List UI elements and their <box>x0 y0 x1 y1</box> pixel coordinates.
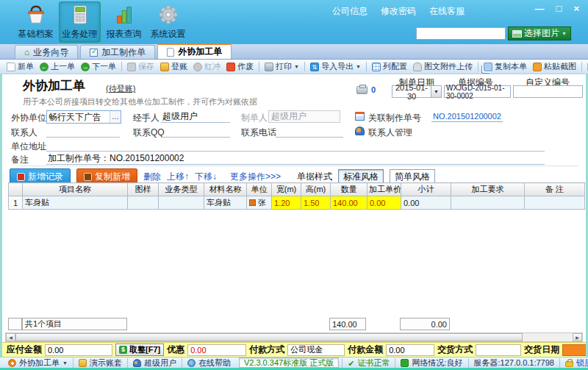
statusbar-account[interactable]: 演示账套 <box>73 358 127 368</box>
scrollbar-thumb[interactable] <box>15 333 523 341</box>
statusbar-server: 服务器:127.0.0.1:7798 <box>468 358 559 368</box>
delete-row-link[interactable]: 删除 <box>143 171 161 183</box>
post-account-button[interactable]: 登账 <box>157 60 190 73</box>
tab-label: 业务向导 <box>33 46 68 59</box>
statusbar-doc-type[interactable]: 外协加工单 ▼ <box>3 358 73 368</box>
cell-requirement[interactable] <box>451 196 525 210</box>
cell-biz-type[interactable] <box>159 196 204 210</box>
module-label: 报表查询 <box>107 28 142 40</box>
qq-input[interactable] <box>161 125 230 138</box>
cell-unit[interactable]: 张 <box>247 196 272 210</box>
save-button[interactable]: 保存 <box>124 60 157 73</box>
horizontal-scrollbar[interactable]: ◀ ▶ <box>5 332 583 342</box>
cell-note[interactable] <box>525 196 585 210</box>
cell-material[interactable]: 车身贴 <box>204 196 247 210</box>
remark-input[interactable] <box>46 152 545 165</box>
cell-qty[interactable]: 140.00 <box>331 196 368 210</box>
change-password-link[interactable]: 修改密码 <box>381 5 416 18</box>
col-note[interactable]: 备 注 <box>525 183 585 196</box>
tab-processing-order[interactable]: 加工制作单 <box>80 45 155 59</box>
payable-input[interactable] <box>45 344 112 356</box>
pay-amount-input[interactable] <box>386 344 434 356</box>
cell-unit-price[interactable]: 0.00 <box>368 196 401 210</box>
qq-label: 联系QQ <box>133 127 165 139</box>
minimize-button[interactable]: — <box>535 3 545 15</box>
table-row[interactable]: 1 车身贴 车身贴 张 1.20 1.50 140.00 0.00 0.00 <box>9 196 585 210</box>
vendor-lookup-button[interactable]: … <box>110 111 121 123</box>
new-order-button[interactable]: 新单 <box>4 60 37 73</box>
vendor-input[interactable]: 畅行天下广告 … <box>46 110 121 124</box>
module-settings[interactable]: 系统设置 <box>147 1 189 43</box>
company-info-link[interactable]: 公司信息 <box>332 5 368 18</box>
view-payment-process-button[interactable]: 查看付款过程 <box>584 60 588 73</box>
delivery-method-input[interactable] <box>476 344 521 356</box>
column-config-button[interactable]: 列配置 <box>369 60 410 73</box>
cell-drawing[interactable] <box>128 196 159 210</box>
void-button[interactable]: 作废 <box>223 60 257 73</box>
close-button[interactable]: × <box>573 3 579 15</box>
printer-icon[interactable] <box>356 86 368 94</box>
statusbar-user[interactable]: 超级用户 <box>127 358 182 368</box>
online-service-link[interactable]: 在线客服 <box>429 5 465 18</box>
chevron-down-icon[interactable]: ▼ <box>431 86 441 97</box>
col-project-name[interactable]: 项目名称 <box>23 183 128 196</box>
delivery-date-label: 交货日期 <box>524 344 559 356</box>
col-unit-price[interactable]: 加工单价 <box>368 183 401 196</box>
move-down-link[interactable]: 下移↓ <box>195 171 217 183</box>
next-order-button[interactable]: 下一单 <box>78 60 119 73</box>
col-width[interactable]: 宽(m) <box>272 183 301 196</box>
tab-business-wizard[interactable]: ⌂ 业务向导 <box>15 45 78 59</box>
module-reports[interactable]: 报表查询 <box>103 1 145 43</box>
image-path-input[interactable] <box>416 27 506 40</box>
col-qty[interactable]: 数量 <box>331 183 368 196</box>
vendor-label: 外协单位 <box>11 112 46 124</box>
section-divider <box>20 166 578 166</box>
toolbar-separator <box>366 62 367 71</box>
col-index[interactable] <box>9 183 23 196</box>
previous-order-button[interactable]: 上一单 <box>37 60 78 73</box>
custom-number-input[interactable] <box>513 85 583 98</box>
col-height[interactable]: 高(m) <box>301 183 331 196</box>
discount-input[interactable] <box>187 344 246 356</box>
attachment-upload-button[interactable]: 图文附件上传 <box>410 60 476 73</box>
choose-image-button[interactable]: 选择图片 ▼ <box>508 26 571 40</box>
more-actions-link[interactable]: 更多操作>>> <box>230 171 281 183</box>
red-reverse-button[interactable]: 红冲 <box>190 60 223 73</box>
col-drawing[interactable]: 图样 <box>128 183 159 196</box>
col-unit[interactable]: 单位 <box>247 183 272 196</box>
phone-input[interactable] <box>276 125 343 138</box>
paste-screenshot-button[interactable]: 粘贴截图 <box>530 60 579 73</box>
contact-label: 联系人 <box>11 127 37 139</box>
cell-width[interactable]: 1.20 <box>272 196 301 210</box>
scroll-right-icon[interactable]: ▶ <box>573 333 582 341</box>
contact-input[interactable] <box>46 125 120 138</box>
scroll-left-icon[interactable]: ◀ <box>6 333 15 341</box>
maximize-button[interactable]: □ <box>556 3 562 15</box>
module-basic-data[interactable]: 基础档案 <box>15 1 57 43</box>
handler-input[interactable] <box>161 110 230 123</box>
copy-order-button[interactable]: 复制本单 <box>481 60 530 73</box>
cell-project[interactable]: 车身贴 <box>23 196 128 210</box>
statusbar-help[interactable]: 在线帮助 <box>182 358 236 368</box>
address-input[interactable] <box>46 139 545 152</box>
related-order-link[interactable]: NO.201501200002 <box>431 112 503 122</box>
status-badge[interactable]: (待登账) <box>106 83 135 94</box>
col-biz-type[interactable]: 业务类型 <box>159 183 204 196</box>
col-subtotal[interactable]: 小计 <box>401 183 451 196</box>
move-up-link[interactable]: 上移↑ <box>167 171 189 183</box>
lock-screen-button[interactable]: 锁屏 <box>559 358 588 368</box>
order-date-picker[interactable]: 2015-01-30 ▼ <box>392 85 442 98</box>
col-material[interactable]: 材料名称 <box>204 183 247 196</box>
image-picker: 选择图片 ▼ <box>416 26 571 40</box>
module-business[interactable]: 业务处理 <box>59 1 101 43</box>
contact-manage-link[interactable]: 联系人管理 <box>368 127 412 139</box>
import-export-button[interactable]: 导入导出▼ <box>307 60 364 73</box>
cell-height[interactable]: 1.50 <box>301 196 331 210</box>
print-button[interactable]: 打印▼ <box>262 60 302 73</box>
col-requirement[interactable]: 加工要求 <box>451 183 525 196</box>
pay-method-input[interactable] <box>287 344 345 356</box>
delivery-date-select[interactable]: ▼ <box>562 344 586 356</box>
tab-bar: ⌂ 业务向导 加工制作单 外协加工单 <box>0 44 588 60</box>
round-amount-button[interactable]: $取整[F7] <box>115 344 164 356</box>
tab-outsourced-order[interactable]: 外协加工单 <box>157 43 232 59</box>
